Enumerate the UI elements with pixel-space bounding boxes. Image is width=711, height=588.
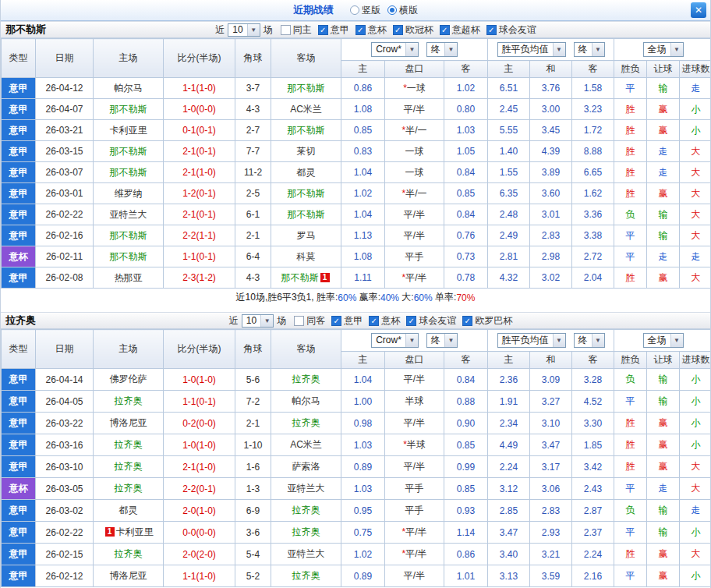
filter-意杯[interactable]: ✓意杯 xyxy=(369,314,400,328)
avg-away: 8.88 xyxy=(572,141,614,162)
filter-欧冠杯[interactable]: ✓欧冠杯 xyxy=(393,23,433,37)
summary-part: 60% xyxy=(338,292,356,303)
home-team: 那不勒斯 xyxy=(94,141,164,162)
checkbox-icon[interactable]: ✓ xyxy=(331,316,341,326)
select-value: 胜平负均值 xyxy=(502,334,549,347)
result-goals: 大 xyxy=(680,183,711,204)
odds-final-select[interactable]: 终 ▼ xyxy=(426,333,458,348)
filter-意甲[interactable]: ✓意甲 xyxy=(331,314,363,328)
match-row: 意甲26-02-15拉齐奥2-0(2-0)5-4亚特兰大1.02*平/半0.86… xyxy=(2,544,711,565)
match-row: 意甲26-03-22博洛尼亚0-2(0-0)2-1拉齐奥0.98平/半0.902… xyxy=(2,413,711,434)
checkbox-icon[interactable]: ✓ xyxy=(486,25,497,35)
scope-select[interactable]: 全场 ▼ xyxy=(643,333,684,348)
filter-意杯[interactable]: ✓意杯 xyxy=(356,23,387,37)
filter-意甲[interactable]: ✓意甲 xyxy=(318,23,349,37)
avg-draw: 2.83 xyxy=(530,225,572,246)
odds-company-select[interactable]: Crow* ▼ xyxy=(371,333,419,348)
result-handicap: 赢 xyxy=(647,267,680,289)
col-sub-goals: 进球数 xyxy=(680,61,711,78)
match-row: 意甲26-02-221卡利亚里0-0(0-0)3-6拉齐奥0.75*平/半1.1… xyxy=(2,522,711,544)
select-value: 终 xyxy=(578,43,588,56)
match-count-select[interactable]: 10 ▼ xyxy=(242,314,274,328)
match-date: 26-03-01 xyxy=(36,183,94,204)
layout-option-vertical[interactable]: 竖版 xyxy=(350,4,380,17)
home-team: 那不勒斯 xyxy=(94,225,164,246)
filter-意超杯[interactable]: ✓意超杯 xyxy=(440,23,480,37)
handicap-line: 平/半 xyxy=(385,204,444,225)
col-sub-away-odds: 客 xyxy=(444,352,488,369)
match-score: 2-1(0-1) xyxy=(164,204,235,225)
chevron-down-icon: ▼ xyxy=(444,334,457,347)
result-handicap: 走 xyxy=(647,141,680,162)
home-team: 维罗纳 xyxy=(94,183,164,204)
result-outcome: 平 xyxy=(614,478,647,500)
col-sub-handicap-result: 让球 xyxy=(647,61,680,78)
filter-同主[interactable]: 同主 xyxy=(281,23,312,37)
avg-final-select[interactable]: 终 ▼ xyxy=(574,333,605,348)
filter-球会友谊[interactable]: ✓球会友谊 xyxy=(486,23,536,37)
team-name-text: 拉齐奥 xyxy=(292,570,320,581)
team-name: 拉齐奥 xyxy=(5,313,36,328)
checkbox-icon[interactable]: ✓ xyxy=(318,25,328,35)
team-name-text: 拉齐奥 xyxy=(115,548,143,559)
corner-score: 4-3 xyxy=(235,99,271,120)
match-row: 意甲26-04-14佛罗伦萨1-0(1-0)5-6拉齐奥1.04平/半0.842… xyxy=(2,369,711,391)
match-date: 26-04-05 xyxy=(36,391,94,413)
avg-type-select[interactable]: 胜平负均值 ▼ xyxy=(497,42,566,57)
scope-select[interactable]: 全场 ▼ xyxy=(643,42,684,57)
avg-final-select[interactable]: 终 ▼ xyxy=(574,42,605,57)
home-team: 博洛尼亚 xyxy=(94,565,164,587)
checkbox-icon[interactable]: ✓ xyxy=(406,316,416,326)
odds-company-select[interactable]: Crow* ▼ xyxy=(371,42,419,57)
checkbox-icon[interactable]: ✓ xyxy=(356,25,366,35)
corner-score: 5-6 xyxy=(235,369,271,391)
avg-type-select[interactable]: 胜平负均值 ▼ xyxy=(497,333,566,348)
summary-part: 70% xyxy=(456,292,475,303)
checkbox-icon[interactable] xyxy=(281,25,291,35)
avg-home: 2.36 xyxy=(488,369,530,391)
filter-球会友谊[interactable]: ✓球会友谊 xyxy=(406,314,456,328)
away-team: 亚特兰大 xyxy=(271,544,341,565)
dialog-titlebar: 近期战绩 竖版 横版 ✕ xyxy=(1,0,710,21)
home-team: 帕尔马 xyxy=(94,78,164,99)
checkbox-icon[interactable]: ✓ xyxy=(440,25,450,35)
competition-filters: 同主✓意甲✓意杯✓欧冠杯✓意超杯✓球会友谊 xyxy=(274,23,536,37)
avg-away: 3.23 xyxy=(572,99,614,120)
team-name-text: 卡利亚里 xyxy=(116,526,154,537)
away-odds: 0.80 xyxy=(444,99,488,120)
scope-select-cell: 全场 ▼ xyxy=(614,330,711,352)
team-name-text: 热那亚 xyxy=(115,272,143,283)
checkbox-icon[interactable]: ✓ xyxy=(462,316,472,326)
result-handicap: 输 xyxy=(647,225,680,246)
handicap-line: *平/半 xyxy=(385,522,444,544)
checkbox-icon[interactable]: ✓ xyxy=(369,316,379,326)
away-team: AC米兰 xyxy=(271,434,341,456)
league-cell: 意甲 xyxy=(2,120,36,141)
result-goals: 小 xyxy=(680,434,711,456)
team-name-text: 拉齐奥 xyxy=(115,395,143,406)
match-count-select[interactable]: 10 ▼ xyxy=(228,23,260,37)
close-button[interactable]: ✕ xyxy=(691,2,706,18)
match-count-value: 10 xyxy=(232,24,242,35)
match-row: 意甲26-02-22亚特兰大2-1(0-1)6-1那不勒斯1.04平/半0.84… xyxy=(2,204,711,225)
filter-欧罗巴杯[interactable]: ✓欧罗巴杯 xyxy=(462,314,512,328)
summary-part: 大: xyxy=(399,291,414,304)
team-name-text: 拉齐奥 xyxy=(292,526,320,537)
odds-final-select[interactable]: 终 ▼ xyxy=(426,42,458,57)
result-goals: 大 xyxy=(680,225,711,246)
result-outcome: 胜 xyxy=(614,141,647,162)
filter-同客[interactable]: 同客 xyxy=(294,314,325,328)
red-card-badge: 1 xyxy=(105,527,115,537)
avg-away: 4.52 xyxy=(572,391,614,413)
away-odds: 0.86 xyxy=(444,544,488,565)
col-away: 客场 xyxy=(271,39,341,78)
team-name-text: 那不勒斯 xyxy=(288,83,325,94)
checkbox-icon[interactable]: ✓ xyxy=(393,25,403,35)
avg-home: 2.49 xyxy=(488,225,530,246)
layout-option-horizontal[interactable]: 横版 xyxy=(387,4,418,17)
radio-icon[interactable] xyxy=(350,5,359,15)
radio-selected-icon[interactable] xyxy=(387,5,397,15)
match-date: 26-04-14 xyxy=(36,369,94,391)
col-sub-handicap-result: 让球 xyxy=(647,352,680,369)
checkbox-icon[interactable] xyxy=(294,316,304,326)
